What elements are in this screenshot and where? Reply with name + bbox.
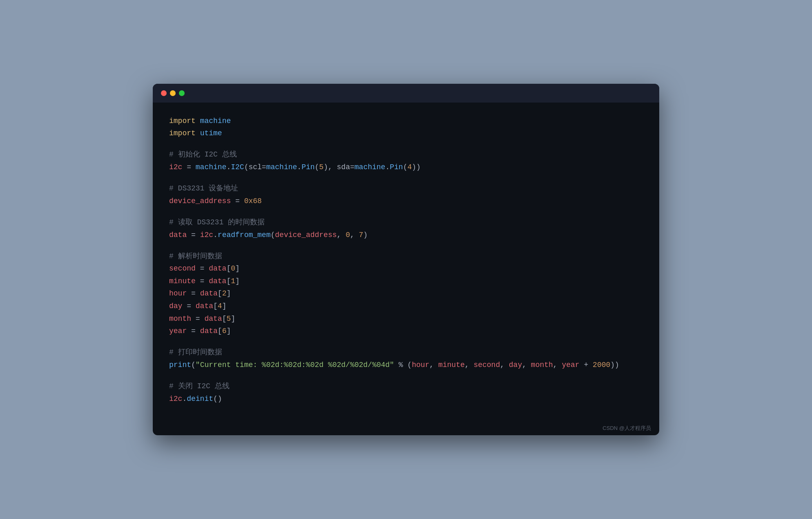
code-comment2: # DS3231 设备地址 xyxy=(169,182,643,195)
close-button[interactable] xyxy=(161,90,167,96)
maximize-button[interactable] xyxy=(179,90,185,96)
code-editor: import machine import utime # 初始化 I2C 总线… xyxy=(153,103,659,422)
code-line-month: month = data[5] xyxy=(169,313,643,325)
minimize-button[interactable] xyxy=(170,90,176,96)
blank-line xyxy=(169,174,643,183)
code-comment5: # 打印时间数据 xyxy=(169,346,643,359)
blank-line xyxy=(169,241,643,250)
code-comment4: # 解析时间数据 xyxy=(169,250,643,263)
code-line-day: day = data[4] xyxy=(169,300,643,313)
code-line-import2: import utime xyxy=(169,127,643,140)
code-line-second: second = data[0] xyxy=(169,262,643,275)
code-line-year: year = data[6] xyxy=(169,325,643,338)
code-line-device-addr: device_address = 0x68 xyxy=(169,195,643,208)
code-comment3: # 读取 DS3231 的时间数据 xyxy=(169,216,643,229)
code-window: import machine import utime # 初始化 I2C 总线… xyxy=(153,84,659,436)
watermark: CSDN @人才程序员 xyxy=(602,425,651,432)
blank-line xyxy=(169,140,643,149)
code-line-print: print("Current time: %02d:%02d:%02d %02d… xyxy=(169,359,643,371)
code-line-hour: hour = data[2] xyxy=(169,287,643,300)
code-line-deinit: i2c.deinit() xyxy=(169,393,643,405)
code-line-data-read: data = i2c.readfrom_mem(device_address, … xyxy=(169,229,643,242)
blank-line xyxy=(169,371,643,380)
code-comment1: # 初始化 I2C 总线 xyxy=(169,148,643,161)
blank-line xyxy=(169,207,643,216)
code-line-i2c-init: i2c = machine.I2C(scl=machine.Pin(5), sd… xyxy=(169,161,643,174)
code-line-minute: minute = data[1] xyxy=(169,275,643,288)
code-line-import1: import machine xyxy=(169,115,643,128)
blank-line xyxy=(169,338,643,347)
code-comment6: # 关闭 I2C 总线 xyxy=(169,380,643,393)
footer-bar: CSDN @人才程序员 xyxy=(153,421,659,435)
title-bar xyxy=(153,84,659,103)
